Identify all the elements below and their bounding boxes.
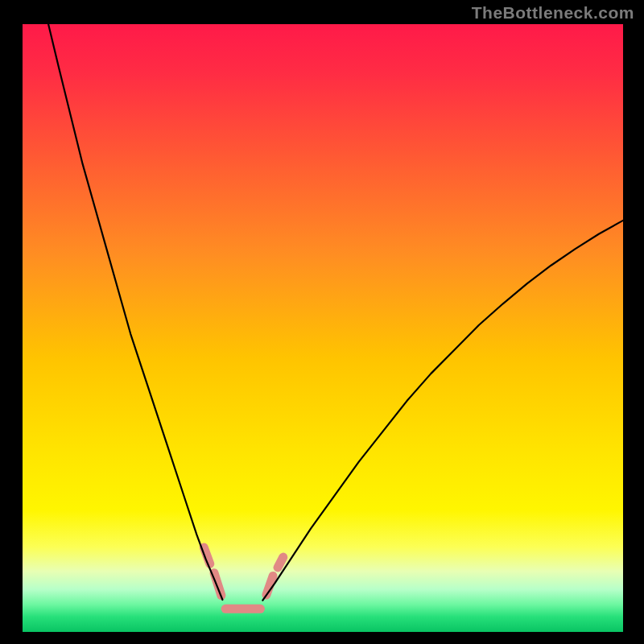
chart-svg xyxy=(23,24,623,632)
watermark-text: TheBottleneck.com xyxy=(472,3,634,23)
gradient-background xyxy=(23,24,623,632)
plot-area xyxy=(23,24,623,632)
outer-frame: TheBottleneck.com xyxy=(0,0,644,644)
svg-line-4 xyxy=(278,557,283,568)
